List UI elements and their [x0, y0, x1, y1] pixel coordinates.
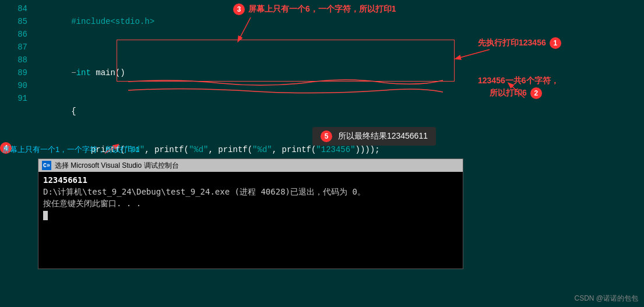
annotation-3-text: 屏幕上只有一个6，一个字符，所以打印1 [248, 4, 396, 15]
terminal-titlebar: C» 选择 Microsoft Visual Studio 调试控制台 [38, 159, 463, 172]
annotation-1-text: 先执行打印123456 [478, 38, 546, 48]
terminal-cursor-line [43, 209, 458, 221]
annotation-4-text: 屏幕上只有一个1，一个字符，所以打印1 [0, 144, 139, 155]
annotation-2-text1: 123456一共6个字符， [478, 76, 559, 86]
circle-5: 5 [321, 130, 332, 142]
annotation-1-area: 先执行打印123456 1 [478, 37, 561, 49]
cursor-block [43, 211, 48, 220]
line-num-90: 90 [0, 79, 32, 92]
terminal-title: 选择 Microsoft Visual Studio 调试控制台 [55, 161, 179, 171]
terminal-output-line: 123456611 [43, 174, 458, 186]
line-num-84: 84 [0, 2, 32, 15]
line-num-89: 89 [0, 66, 32, 79]
circle-2: 2 [530, 87, 542, 99]
terminal-output: 123456611 [43, 175, 87, 185]
annotation-3-area: 3 屏幕上只有一个6，一个字符，所以打印1 [233, 3, 396, 15]
circle-1: 1 [550, 37, 561, 49]
line-num-86: 86 [0, 28, 32, 41]
terminal-window[interactable]: C» 选择 Microsoft Visual Studio 调试控制台 1234… [38, 158, 463, 269]
annotation-2-area: 123456一共6个字符， 所以打印6 2 [478, 76, 559, 99]
tooltip-box: 5 所以最终结果123456611 [312, 127, 436, 146]
line-num-88: 88 [0, 54, 32, 66]
terminal-icon: C» [42, 161, 51, 170]
watermark: CSDN @诺诺的包包 [574, 294, 638, 304]
terminal-line-3: 按任意键关闭此窗口. . . [43, 197, 458, 209]
line-num-87: 87 [0, 41, 32, 54]
terminal-line-2: D:\计算机\test_9_24\Debug\test_9_24.exe (进程… [43, 186, 458, 197]
main-container: 84 85 86 87 88 89 90 91 #include<stdio.h… [0, 0, 644, 307]
line-num-85: 85 [0, 15, 32, 28]
tooltip-text: 所以最终结果123456611 [338, 131, 428, 140]
line-num-91: 91 [0, 92, 32, 105]
terminal-body: 123456611 D:\计算机\test_9_24\Debug\test_9_… [38, 172, 463, 223]
circle-3: 3 [233, 3, 245, 15]
code-area: 84 85 86 87 88 89 90 91 #include<stdio.h… [0, 0, 644, 181]
annotation-2-text2: 所以打印6 [478, 88, 527, 98]
